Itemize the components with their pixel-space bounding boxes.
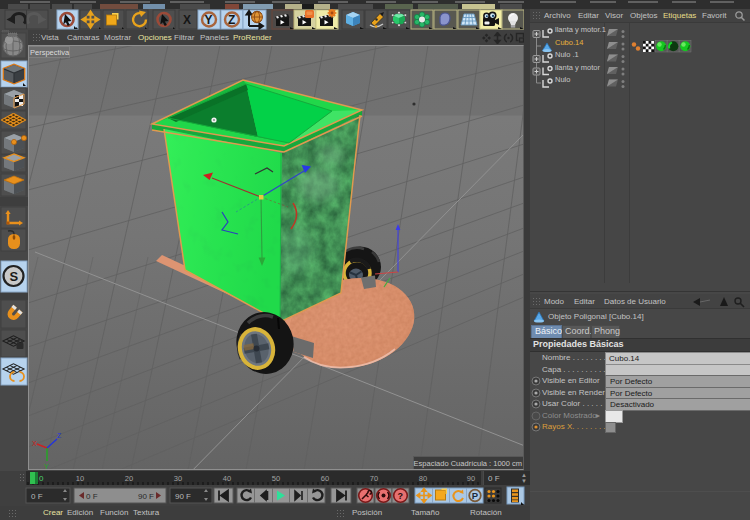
svg-text:X: X — [32, 440, 37, 447]
svg-text:10: 10 — [76, 474, 84, 483]
svg-text:80: 80 — [419, 474, 427, 483]
svg-text:50: 50 — [272, 474, 280, 483]
svg-text:?: ? — [398, 491, 404, 501]
svg-text:30: 30 — [174, 474, 182, 483]
svg-text:70: 70 — [370, 474, 378, 483]
svg-text:S: S — [10, 269, 19, 284]
svg-text:90: 90 — [467, 474, 475, 483]
svg-text:X: X — [183, 13, 191, 27]
svg-text:Y: Y — [205, 13, 213, 27]
svg-text:0 F: 0 F — [86, 492, 98, 501]
svg-text:90 F: 90 F — [138, 492, 154, 501]
svg-text:Z: Z — [228, 13, 235, 27]
svg-text:90 F: 90 F — [175, 492, 191, 501]
svg-text:P: P — [472, 490, 479, 501]
svg-text:60: 60 — [321, 474, 329, 483]
svg-text:0 F: 0 F — [31, 492, 43, 501]
svg-text:0: 0 — [39, 474, 44, 483]
svg-text:Z: Z — [57, 432, 62, 439]
svg-text:40: 40 — [223, 474, 231, 483]
svg-text:Y: Y — [44, 463, 49, 470]
svg-text:20: 20 — [125, 474, 133, 483]
